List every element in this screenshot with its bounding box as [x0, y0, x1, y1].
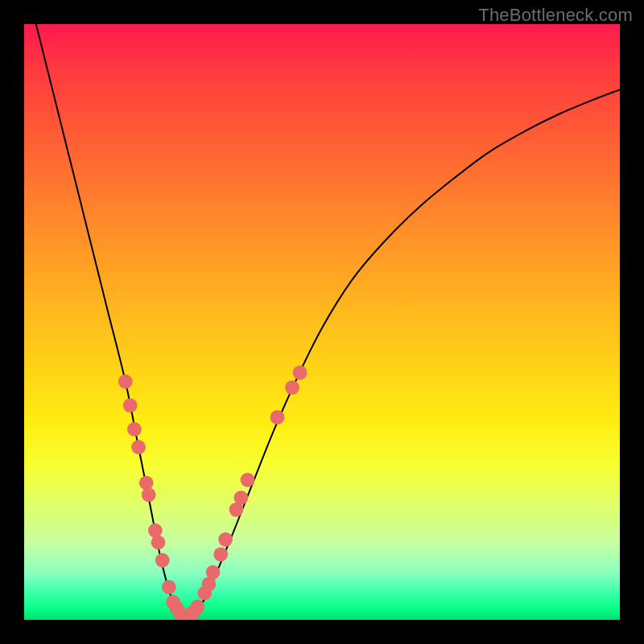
plot-area [24, 24, 620, 620]
data-marker [213, 547, 228, 562]
data-marker [118, 374, 133, 389]
bottleneck-curve [36, 24, 620, 620]
data-marker [155, 553, 170, 568]
data-marker [285, 381, 299, 395]
watermark-text: TheBottleneck.com [478, 5, 633, 26]
data-marker [127, 422, 142, 436]
data-marker [151, 535, 166, 550]
chart-frame: TheBottleneck.com [0, 0, 644, 644]
chart-svg [24, 24, 620, 620]
data-marker [142, 488, 156, 502]
data-marker [123, 398, 138, 413]
data-marker [241, 473, 255, 487]
data-marker [148, 523, 163, 538]
data-marker [162, 580, 176, 594]
data-marker [218, 532, 233, 547]
data-marker [190, 600, 204, 614]
data-marker [233, 490, 248, 505]
data-marker [139, 476, 154, 490]
curve-markers [118, 365, 308, 620]
data-marker [293, 365, 308, 380]
data-marker [206, 565, 221, 580]
data-marker [270, 411, 285, 425]
data-marker [131, 440, 146, 455]
